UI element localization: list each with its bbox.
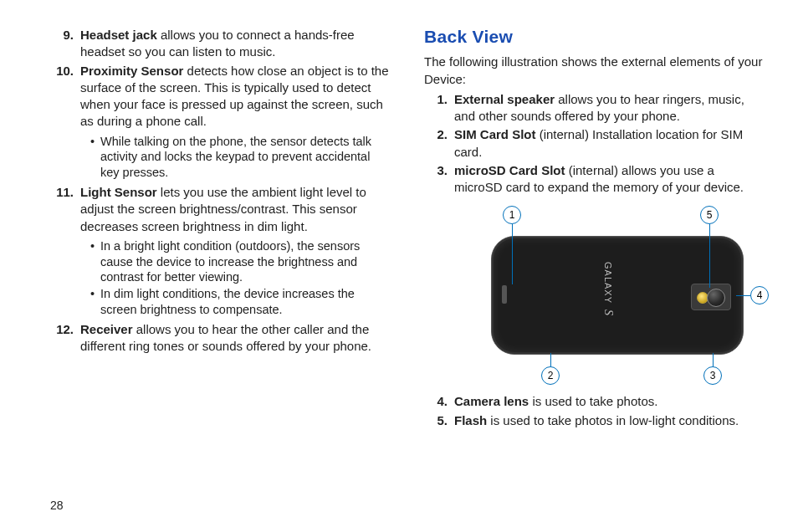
list-item: 11. Light Sensor lets you use the ambien… (50, 184, 391, 320)
callout-line (736, 295, 750, 297)
item-number: 9. (50, 27, 74, 43)
item-term: Receiver (80, 322, 133, 336)
list-item: 1. External speaker allows you to hear r… (424, 91, 765, 125)
item-term: Flash (454, 413, 487, 427)
callout-2: 2 (541, 366, 560, 385)
item-body: SIM Card Slot (internal) Installation lo… (454, 126, 765, 161)
item-term: Light Sensor (80, 185, 157, 199)
item-number: 2. (424, 126, 448, 143)
bullet-item: In a bright light condition (outdoors), … (90, 238, 391, 286)
brand-text: GALAXY (603, 262, 613, 304)
section-title: Back View (424, 25, 765, 49)
phone-back-icon: GALAXY S (491, 236, 744, 355)
callout-5: 5 (700, 206, 719, 224)
item-number: 5. (424, 412, 448, 429)
list-item: 2. SIM Card Slot (internal) Installation… (424, 126, 765, 161)
item-body: Headset jack allows you to connect a han… (80, 27, 391, 61)
callout-1: 1 (503, 206, 521, 224)
item-body: Flash is used to take photos in low-ligh… (454, 412, 765, 429)
item-body: Light Sensor lets you use the ambient li… (80, 184, 391, 320)
item-body: microSD Card Slot (internal) allows you … (454, 162, 765, 197)
callout-line (713, 353, 714, 366)
list-item: 10. Proximity Sensor detects how close a… (50, 63, 391, 183)
item-body: Receiver allows you to hear the other ca… (80, 321, 391, 356)
callout-line (709, 224, 711, 288)
list-item: 4. Camera lens is used to take photos. (424, 393, 765, 410)
list-item: 5. Flash is used to take photos in low-l… (424, 412, 765, 429)
item-number: 3. (424, 162, 448, 179)
item-number: 1. (424, 91, 448, 108)
item-term: Camera lens (454, 394, 529, 408)
item-term: Headset jack (80, 28, 157, 42)
item-body: Camera lens is used to take photos. (454, 393, 765, 410)
item-number: 4. (424, 393, 448, 410)
list-item: 3. microSD Card Slot (internal) allows y… (424, 162, 765, 197)
left-list: 9. Headset jack allows you to connect a … (50, 27, 391, 356)
bullet-item: While talking on the phone, the sensor d… (90, 134, 391, 182)
list-item: 12. Receiver allows you to hear the othe… (50, 321, 391, 356)
callout-4: 4 (750, 286, 769, 304)
right-list-bottom: 4. Camera lens is used to take photos. 5… (424, 393, 765, 429)
list-item: 9. Headset jack allows you to connect a … (50, 27, 391, 61)
callout-3: 3 (703, 366, 722, 385)
item-desc: is used to take photos. (532, 394, 657, 408)
item-term: microSD Card Slot (454, 163, 565, 177)
item-number: 11. (50, 184, 74, 201)
item-number: 10. (50, 63, 74, 79)
sub-bullets: While talking on the phone, the sensor d… (80, 134, 391, 182)
device-figure: GALAXY S 1 5 4 2 3 (458, 202, 767, 386)
item-term: External speaker (454, 92, 555, 106)
section-intro: The following illustration shows the ext… (424, 54, 765, 88)
page: 9. Headset jack allows you to connect a … (0, 0, 798, 532)
page-number: 28 (50, 498, 64, 514)
right-list-top: 1. External speaker allows you to hear r… (424, 91, 765, 197)
right-column: Back View The following illustration sho… (424, 25, 765, 507)
brand-label: GALAXY S (600, 262, 616, 315)
callout-line (550, 353, 552, 366)
camera-cluster-icon (691, 284, 731, 310)
camera-lens-icon (707, 289, 725, 307)
item-desc: is used to take photos in low-light cond… (490, 413, 739, 427)
left-column: 9. Headset jack allows you to connect a … (50, 25, 391, 507)
speaker-slot-icon (502, 285, 507, 304)
item-term: Proximity Sensor (80, 64, 183, 78)
item-body: External speaker allows you to hear ring… (454, 91, 765, 125)
item-body: Proximity Sensor detects how close an ob… (80, 63, 391, 183)
sub-bullets: In a bright light condition (outdoors), … (80, 238, 391, 318)
item-number: 12. (50, 321, 74, 338)
brand-suffix: S (602, 309, 615, 315)
item-term: SIM Card Slot (454, 127, 536, 141)
callout-line (512, 224, 514, 284)
bullet-item: In dim light conditions, the device incr… (90, 286, 391, 318)
